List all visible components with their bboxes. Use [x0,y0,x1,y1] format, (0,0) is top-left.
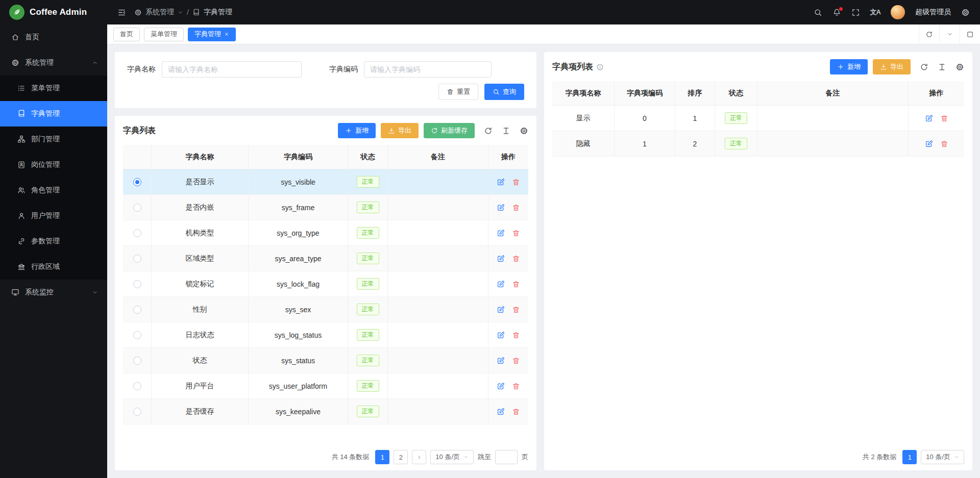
dict-table-row[interactable]: 锁定标记 sys_lock_flag 正常 [123,271,528,297]
sidebar-item-role-mgmt[interactable]: 角色管理 [0,178,107,203]
chevron-down-icon[interactable] [939,24,960,44]
dict-name-cell: 是否显示 [152,169,249,195]
refresh-icon[interactable] [919,24,939,44]
next-page-button[interactable] [412,450,426,464]
edit-icon[interactable] [497,357,505,365]
maximize-icon[interactable] [960,24,980,44]
breadcrumb-system-mgmt[interactable]: 系统管理 [145,8,174,17]
close-icon[interactable] [224,32,229,37]
edit-icon[interactable] [497,204,505,212]
delete-icon[interactable] [512,280,520,288]
row-select-radio[interactable] [133,331,141,339]
row-select-radio[interactable] [133,229,141,237]
sidebar-item-region-mgmt[interactable]: 行政区域 [0,254,107,280]
row-select-radio[interactable] [133,408,141,416]
edit-icon[interactable] [925,140,933,148]
edit-icon[interactable] [497,331,505,339]
delete-icon[interactable] [512,229,520,237]
dict-item-row[interactable]: 隐藏 1 2 正常 [552,131,964,157]
sidebar-item-dept-mgmt[interactable]: 部门管理 [0,127,107,152]
sidebar-item-user-mgmt[interactable]: 用户管理 [0,203,107,229]
add-item-button[interactable]: 新增 [830,59,868,74]
delete-icon[interactable] [512,357,520,365]
page-size-select[interactable]: 10 条/页 [430,450,474,464]
sidebar-item-home[interactable]: 首页 [0,24,107,50]
page-size-select[interactable]: 10 条/页 [921,450,964,464]
tab-home[interactable]: 首页 [113,28,140,41]
dict-name-input[interactable] [162,61,302,78]
row-select-radio[interactable] [133,280,141,288]
page-2-button[interactable]: 2 [394,450,408,464]
page-jump-input[interactable] [495,450,518,464]
column-settings-gear-icon[interactable] [955,63,964,71]
bell-icon[interactable] [832,8,841,17]
delete-icon[interactable] [940,114,948,122]
delete-icon[interactable] [512,331,520,339]
edit-icon[interactable] [925,114,933,122]
dict-table-row[interactable]: 是否缓存 sys_keepalive 正常 [123,399,528,424]
page-1-button[interactable]: 1 [902,450,917,464]
refresh-icon[interactable] [920,63,928,71]
fullscreen-icon[interactable] [851,8,860,17]
dict-table-row[interactable]: 是否内嵌 sys_frame 正常 [123,195,528,220]
sidebar-item-post-mgmt[interactable]: 岗位管理 [0,152,107,178]
dict-table-row[interactable]: 机构类型 sys_org_type 正常 [123,220,528,246]
sidebar-item-menu-mgmt[interactable]: 菜单管理 [0,76,107,101]
dict-table-row[interactable]: 用户平台 sys_user_platform 正常 [123,373,528,399]
info-icon[interactable] [596,63,604,71]
sidebar-item-dict-mgmt[interactable]: 字典管理 [0,101,107,127]
delete-icon[interactable] [512,306,520,314]
sidebar-item-system-monitor[interactable]: 系统监控 [0,280,107,305]
edit-icon[interactable] [497,255,505,263]
delete-icon[interactable] [512,408,520,416]
column-settings-gear-icon[interactable] [520,127,528,135]
export-button[interactable]: 导出 [381,123,419,138]
delete-icon[interactable] [512,382,520,390]
refresh-icon[interactable] [484,127,493,135]
avatar[interactable] [891,5,905,19]
query-button[interactable]: 查询 [484,84,524,100]
export-items-button[interactable]: 导出 [873,59,911,74]
row-select-radio[interactable] [133,255,141,263]
username[interactable]: 超级管理员 [915,8,951,17]
search-icon[interactable] [814,8,822,17]
dict-table-row[interactable]: 区域类型 sys_area_type 正常 [123,246,528,271]
tab-menu-mgmt[interactable]: 菜单管理 [144,28,184,41]
sidebar-item-system-mgmt[interactable]: 系统管理 [0,50,107,76]
dict-table-row[interactable]: 性别 sys_sex 正常 [123,297,528,322]
dict-item-row[interactable]: 显示 0 1 正常 [552,106,964,131]
reset-button[interactable]: 重置 [438,84,478,100]
row-select-radio[interactable] [133,178,141,186]
translate-icon[interactable]: 文A [870,8,880,17]
edit-icon[interactable] [497,178,505,186]
delete-icon[interactable] [512,255,520,263]
dict-item-list-title: 字典项列表 [552,62,604,72]
app-logo[interactable]: Coffee Admin [0,0,107,24]
add-button[interactable]: 新增 [338,123,376,138]
delete-icon[interactable] [512,178,520,186]
row-select-radio[interactable] [133,357,141,365]
edit-icon[interactable] [497,229,505,237]
dict-code-input[interactable] [364,61,492,78]
column-height-icon[interactable] [502,127,510,135]
tab-dict-mgmt[interactable]: 字典管理 [188,28,236,41]
menu-fold-icon[interactable] [117,8,126,17]
row-select-radio[interactable] [133,306,141,314]
dict-table-row[interactable]: 日志状态 sys_log_status 正常 [123,322,528,348]
delete-icon[interactable] [940,140,948,148]
edit-icon[interactable] [497,408,505,416]
edit-icon[interactable] [497,306,505,314]
page-1-button[interactable]: 1 [375,450,389,464]
download-icon [880,63,887,70]
edit-icon[interactable] [497,280,505,288]
dict-table-row[interactable]: 是否显示 sys_visible 正常 [123,169,528,195]
row-select-radio[interactable] [133,382,141,390]
row-select-radio[interactable] [133,204,141,212]
column-height-icon[interactable] [938,63,946,71]
edit-icon[interactable] [497,382,505,390]
dict-table-row[interactable]: 状态 sys_status 正常 [123,348,528,373]
settings-gear-icon[interactable] [961,8,970,17]
sidebar-item-param-mgmt[interactable]: 参数管理 [0,229,107,254]
delete-icon[interactable] [512,204,520,212]
refresh-cache-button[interactable]: 刷新缓存 [424,123,475,138]
